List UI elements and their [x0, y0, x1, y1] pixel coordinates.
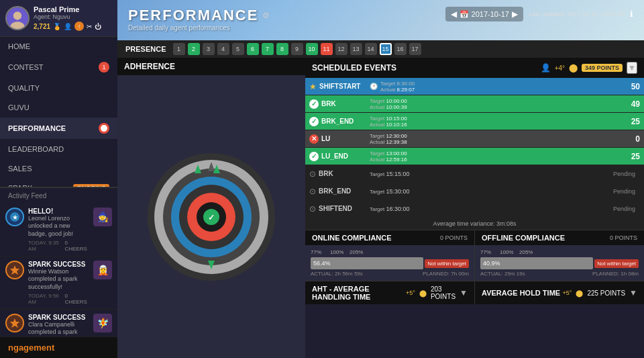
- event-row-lu: ✕ LU Target 12:30:00 Actual 12:39:38 0: [305, 130, 644, 148]
- day-11[interactable]: 11: [321, 43, 333, 55]
- day-14[interactable]: 14: [365, 43, 377, 55]
- sidebar-item-home[interactable]: HOME: [0, 37, 117, 56]
- event-row-brk-end2: ⊙ BRK_END Target 15:30:00 Pending: [305, 183, 644, 200]
- sidebar-item-spark[interactable]: SPARK ONGOING: [0, 179, 117, 187]
- feed-title: HELLO!: [28, 208, 89, 215]
- feed-desc: Winnie Watson completed a spark successf…: [28, 268, 89, 292]
- settings-icon[interactable]: ⚙: [262, 11, 270, 20]
- profile-section: Pascal Prime Agent: Nguvu 2,721 🏅 👤 ! ✂ …: [0, 0, 117, 37]
- bar-label-77: 77%: [311, 249, 327, 255]
- bar-label-100: 100%: [500, 249, 517, 255]
- event-row-shiftend: ⊙ SHIFTEND Target 16:30:00 Pending: [305, 200, 644, 218]
- header-controls: ◀ 📅 2017-10-17 ▶ Last updated: 2017-10-1…: [445, 7, 633, 21]
- adherence-header: ADHERENCE: [117, 58, 305, 75]
- online-planned: PLANNED: 7h 00m: [423, 271, 469, 277]
- online-compliance-points: 0 POINTS: [440, 234, 468, 241]
- sidebar-item-performance[interactable]: PERFORMANCE: [0, 118, 117, 140]
- offline-planned: PLANNED: 1h 08m: [592, 271, 639, 277]
- adherence-target-display: ✓: [117, 75, 305, 358]
- day-5[interactable]: 5: [232, 43, 244, 55]
- event-row-shiftstart: ★ SHIFTSTART 🕐 Target 8:30:00 Actual 8:2…: [305, 78, 644, 95]
- day-15[interactable]: 15: [380, 43, 392, 55]
- profile-info: Pascal Prime Agent: Nguvu 2,721 🏅 👤 ! ✂ …: [34, 5, 112, 31]
- pending-label: Pending: [613, 188, 640, 195]
- online-actual: ACTUAL: 2h 56m 59s: [311, 271, 363, 277]
- day-13[interactable]: 13: [350, 43, 362, 55]
- nav-menu: HOME CONTEST 1 QUALITY GUVU PERFORMANCE …: [0, 37, 117, 187]
- event-score: 50: [613, 82, 640, 91]
- feed-desc: Clara Campanelli completed a spark succe…: [28, 321, 89, 337]
- feed-character: 🧝: [93, 261, 112, 279]
- svg-marker-5: [10, 265, 19, 275]
- activity-feed-header: Activity Feed: [0, 187, 117, 204]
- scheduled-bonus: +4°: [555, 64, 565, 72]
- avg-hold-expand-button[interactable]: ▼: [629, 288, 637, 298]
- app-logo: ngagement: [0, 337, 117, 358]
- offline-compliance-meta: ACTUAL: 29m 19s PLANNED: 1h 08m: [480, 271, 639, 277]
- date-next-button[interactable]: ▶: [512, 9, 518, 19]
- sidebar-item-leaderboard[interactable]: LEADERBOARD: [0, 140, 117, 159]
- online-compliance-title: ONLINE COMPLIANCE: [312, 234, 392, 242]
- feed-time: TODAY, 9:56 AM: [28, 293, 64, 305]
- list-item: ★ HELLO! Leonel Lorenzo unlocked a new b…: [0, 204, 117, 257]
- main-header: PERFORMANCE ⚙ Detailed daily agent perfo…: [117, 0, 644, 40]
- profile-role: Agent: Nguvu: [34, 13, 112, 20]
- performance-icon: [99, 123, 109, 134]
- day-10[interactable]: 10: [306, 43, 318, 55]
- check-icon: ✓: [309, 117, 319, 126]
- contest-badge: 1: [99, 62, 109, 73]
- day-9[interactable]: 9: [291, 43, 303, 55]
- day-1[interactable]: 1: [173, 43, 185, 55]
- offline-compliance-header: OFFLINE COMPLIANCE 0 POINTS: [475, 230, 644, 245]
- star-icon: ★: [309, 82, 317, 91]
- avg-hold-meta: +5° ⬤ 225 POINTS ▼: [563, 288, 637, 298]
- x-icon: ✕: [309, 134, 319, 144]
- gold-coin-icon: ⬤: [569, 63, 578, 73]
- online-compliance-meta: ACTUAL: 2h 56m 59s PLANNED: 7h 00m: [311, 271, 469, 277]
- event-row-brk: ✓ BRK Target 10:00:00 Actual 10:00:39 49: [305, 95, 644, 113]
- event-row-lu-end: ✓ LU_END Target 13:00:00 Actual 12:59:16…: [305, 148, 644, 165]
- sidebar-item-guvu[interactable]: GUVU: [0, 98, 117, 118]
- date-prev-button[interactable]: ◀: [451, 9, 457, 19]
- event-score: 25: [613, 117, 640, 126]
- online-bar-fill: 56.4%: [311, 257, 423, 269]
- info-icon[interactable]: ℹ: [630, 9, 633, 19]
- feed-desc: Leonel Lorenzo unlocked a new badge, goo…: [28, 215, 89, 238]
- aht-panel: AHT - AVERAGE HANDLING TIME +5° ⬤ 203 PO…: [305, 281, 474, 304]
- day-16[interactable]: 16: [394, 43, 407, 55]
- clock-icon: 🕐: [370, 83, 378, 90]
- offline-actual: ACTUAL: 29m 19s: [480, 271, 525, 277]
- coin-icon: ⬤: [576, 289, 583, 297]
- sidebar-item-contest[interactable]: CONTEST 1: [0, 56, 117, 79]
- compliance-row: ONLINE COMPLIANCE 0 POINTS 77% 100% 205%: [305, 230, 644, 281]
- profile-name: Pascal Prime: [34, 5, 112, 13]
- day-6[interactable]: 6: [247, 43, 259, 55]
- aht-expand-button[interactable]: ▼: [460, 288, 468, 298]
- feed-avatar-spark: [5, 261, 24, 279]
- svg-point-1: [13, 11, 21, 19]
- svg-text:★: ★: [12, 214, 18, 221]
- pending-label: Pending: [613, 206, 640, 212]
- avatar: [5, 6, 30, 30]
- offline-compliance-points: 0 POINTS: [610, 234, 637, 241]
- expand-button[interactable]: ▼: [627, 62, 637, 74]
- feed-title: SPARK SUCCESS: [28, 261, 89, 268]
- right-panel: SCHEDULED EVENTS 👤 +4° ⬤ 349 POINTS ▼ ★: [305, 58, 644, 358]
- feed-avatar-spark2: [5, 314, 24, 332]
- sidebar-item-sales[interactable]: SALES: [0, 159, 117, 179]
- day-2[interactable]: 2: [188, 43, 200, 55]
- feed-cheer: 0 CHEERS: [64, 240, 89, 252]
- day-4[interactable]: 4: [217, 43, 229, 55]
- day-8[interactable]: 8: [276, 43, 288, 55]
- bottom-row: AHT - AVERAGE HANDLING TIME +5° ⬤ 203 PO…: [305, 281, 644, 304]
- sidebar-item-quality[interactable]: QUALITY: [0, 79, 117, 98]
- day-7[interactable]: 7: [262, 43, 274, 55]
- day-17[interactable]: 17: [409, 43, 421, 55]
- day-3[interactable]: 3: [203, 43, 215, 55]
- aht-meta: +5° ⬤ 203 POINTS ▼: [406, 285, 468, 300]
- date-display: 📅 2017-10-17: [460, 10, 509, 19]
- day-12[interactable]: 12: [335, 43, 347, 55]
- feed-items: ★ HELLO! Leonel Lorenzo unlocked a new b…: [0, 204, 117, 337]
- presence-bar: PRESENCE 1 2 3 4 5 6 7 8 9 10 11 12 13 1…: [117, 40, 644, 58]
- avg-hold-bonus: +5°: [563, 289, 572, 296]
